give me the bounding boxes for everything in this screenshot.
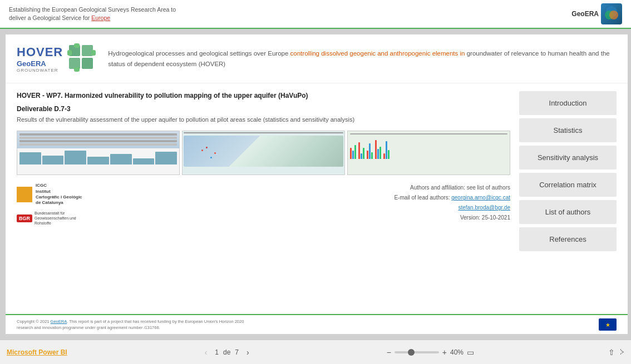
fit-page-button[interactable]: ▭ xyxy=(467,348,474,357)
page-total: 7 xyxy=(235,348,239,356)
page-prev-button[interactable]: ‹ xyxy=(201,347,211,358)
top-bar-underline: Europe xyxy=(91,14,110,21)
logos-left: ICGC InstitutCartogràfic i Geològicde Ca… xyxy=(17,183,82,226)
svg-text:★: ★ xyxy=(605,322,610,328)
svg-point-2 xyxy=(609,11,618,19)
nav-btn-references[interactable]: References xyxy=(519,227,617,251)
footer-geoera-link[interactable]: GeoERA xyxy=(51,319,67,324)
powerbi-link[interactable]: Microsoft Power BI xyxy=(7,348,67,356)
nav-btn-sensitivity[interactable]: Sensitivity analysis xyxy=(519,146,617,169)
doc-nav-panel: Introduction Statistics Sensitivity anal… xyxy=(519,83,617,314)
preview-images xyxy=(17,131,510,175)
preview-image-1 xyxy=(17,131,180,175)
email-lead-row: E-mail of lead authors: georgina.arno@ic… xyxy=(93,193,510,203)
page-separator: de xyxy=(223,348,230,356)
icgc-square xyxy=(17,187,32,202)
bottom-right-icons: ⇧ ⧽ xyxy=(608,348,624,357)
icgc-text: ICGC InstitutCartogràfic i Geològicde Ca… xyxy=(36,183,82,206)
doc-body: HOVER - WP7. Harmonized vulnerability to… xyxy=(6,83,628,314)
zoom-in-button[interactable]: + xyxy=(442,348,447,357)
hover-logo: HOVER GeoERA GROUNDWATER xyxy=(17,42,97,75)
geoera-header-logo: GeoERA xyxy=(571,3,622,24)
geoera-sub-text: GeoERA xyxy=(17,59,63,68)
geoera-logo-text: GeoERA xyxy=(571,10,599,18)
zoom-value: 40% xyxy=(450,348,464,356)
zoom-controls: − + 40% ▭ xyxy=(387,348,474,357)
bgr-badge: BGR xyxy=(17,215,32,222)
svg-rect-7 xyxy=(74,43,80,48)
main-wrapper: HOVER GeoERA GROUNDWATER xyxy=(0,29,631,340)
fullscreen-button[interactable]: ⧽ xyxy=(620,348,624,357)
groundwater-label: GROUNDWATER xyxy=(17,68,63,73)
email-2[interactable]: stefan.broda@bgr.de xyxy=(93,203,510,213)
zoom-slider-thumb xyxy=(408,349,415,356)
document-version: Version: 25-10-2021 xyxy=(93,213,510,223)
doc-footer: Copyright © 2021 GeoERA. This report is … xyxy=(6,314,628,335)
svg-rect-5 xyxy=(69,58,80,69)
hover-title-text: HOVER xyxy=(17,45,63,59)
authors-affiliation: Authors and affiliation: see list of aut… xyxy=(93,183,510,193)
document-deliverable: Deliverable D.7-3 xyxy=(17,105,510,113)
email-lead-label: E-mail of lead authors: xyxy=(394,195,450,201)
doc-description: Hydrogeological processes and geological… xyxy=(108,48,617,69)
logos-row: ICGC InstitutCartogràfic i Geològicde Ca… xyxy=(17,183,510,226)
svg-rect-10 xyxy=(91,50,96,56)
email-1[interactable]: georgina.arno@icgc.cat xyxy=(451,195,510,201)
page-current: 1 xyxy=(215,348,219,356)
preview-image-3 xyxy=(347,131,510,175)
eu-flag: ★ xyxy=(599,318,617,331)
icgc-logo: ICGC InstitutCartogràfic i Geològicde Ca… xyxy=(17,183,82,206)
authors-info: Authors and affiliation: see list of aut… xyxy=(93,183,510,223)
pagination-controls: ‹ 1 de 7 › xyxy=(201,347,253,358)
zoom-out-button[interactable]: − xyxy=(387,348,391,357)
nav-btn-authors[interactable]: List of authors xyxy=(519,200,617,224)
document-subtitle: Results of the vulnerability assessment … xyxy=(17,115,510,124)
document-main-title: HOVER - WP7. Harmonized vulnerability to… xyxy=(17,91,510,101)
footer-copyright: Copyright © 2021 GeoERA. This report is … xyxy=(17,318,244,331)
bgr-text: Bundesanstalt fürGeowissenschaften undRo… xyxy=(34,211,76,226)
bottom-bar: Microsoft Power BI ‹ 1 de 7 › − + 40% ▭ … xyxy=(0,340,631,364)
bgr-logo: BGR Bundesanstalt fürGeowissenschaften u… xyxy=(17,211,82,226)
puzzle-graphic xyxy=(66,42,97,75)
nav-btn-statistics[interactable]: Statistics xyxy=(519,118,617,142)
top-bar-line1: Establishing the European Geological Sur… xyxy=(9,6,176,13)
page-next-button[interactable]: › xyxy=(243,347,253,358)
preview-image-2 xyxy=(182,131,345,175)
top-bar-title: Establishing the European Geological Sur… xyxy=(9,6,176,22)
svg-rect-6 xyxy=(82,58,93,69)
svg-rect-9 xyxy=(67,50,72,56)
document-area: HOVER GeoERA GROUNDWATER xyxy=(6,34,628,334)
doc-header: HOVER GeoERA GROUNDWATER xyxy=(6,34,628,83)
top-bar: Establishing the European Geological Sur… xyxy=(0,0,631,29)
nav-btn-correlation[interactable]: Correlation matrix xyxy=(519,173,617,197)
svg-rect-4 xyxy=(82,45,93,56)
nav-btn-introduction[interactable]: Introduction xyxy=(519,91,617,115)
doc-left: HOVER - WP7. Harmonized vulnerability to… xyxy=(17,83,510,314)
svg-rect-8 xyxy=(74,67,80,72)
zoom-slider[interactable] xyxy=(395,351,439,353)
geoera-logo-icon xyxy=(601,3,622,24)
share-button[interactable]: ⇧ xyxy=(608,348,615,357)
